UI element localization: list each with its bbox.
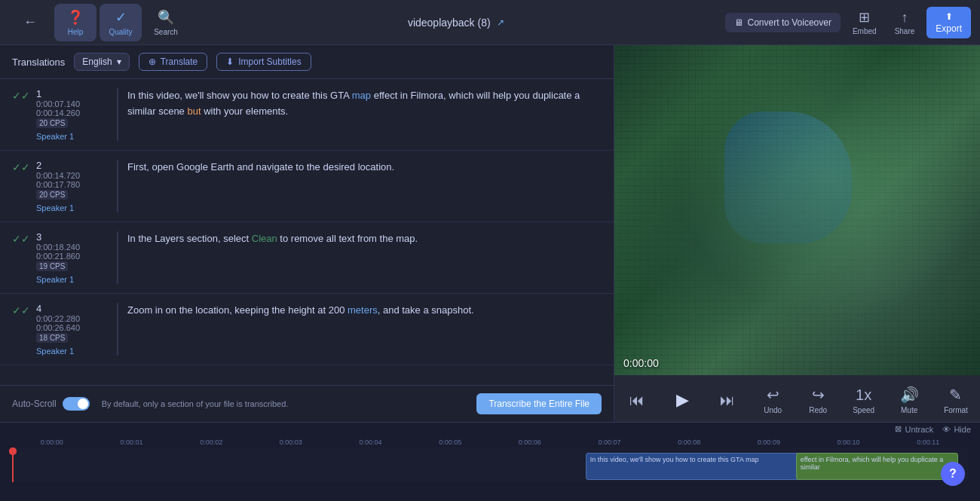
quality-button[interactable]: ✓ Quality — [100, 4, 142, 41]
rewind-button[interactable]: ⏮ — [620, 389, 654, 412]
time-marker-4: 0:00:04 — [331, 438, 411, 446]
quality-icon: ✓ — [115, 9, 127, 26]
format-icon: ✎ — [949, 386, 962, 404]
playhead — [12, 448, 14, 482]
undo-icon: ↩ — [767, 386, 779, 404]
fast-forward-icon: ⏭ — [720, 392, 735, 409]
entry-number-4: 4 — [36, 303, 108, 314]
play-icon: ▶ — [676, 390, 689, 410]
subtitle-list: ✓✓ 1 0:00:07.140 0:00:14.260 20 CPS Spea… — [0, 79, 614, 385]
translations-label: Translations — [12, 57, 65, 68]
entry-text-2[interactable]: First, open Google Earth and navigate to… — [127, 160, 602, 176]
entry-start-4: 0:00:22.280 — [36, 314, 108, 323]
entry-end-3: 0:00:21.860 — [36, 252, 108, 261]
hide-icon: 👁 — [942, 425, 951, 434]
transcribe-note: By default, only a section of your file … — [90, 399, 477, 408]
entry-start-1: 0:00:07.140 — [36, 99, 108, 108]
toolbar-right: 🖥 Convert to Voiceover ⊞ Embed ↑ Share ⬆… — [725, 6, 971, 38]
redo-button[interactable]: ↪ Redo — [801, 383, 835, 417]
entry-divider-1 — [117, 88, 118, 141]
transcribe-entire-file-button[interactable]: Transcribe the Entire File — [476, 393, 602, 414]
hide-label: Hide — [954, 425, 971, 434]
back-icon: ← — [23, 14, 37, 30]
help-floating-button[interactable]: ? — [941, 462, 965, 486]
speed-label: Speed — [853, 406, 874, 414]
check-icon-4: ✓✓ — [12, 304, 30, 316]
import-label: Import Subtitles — [238, 57, 301, 67]
clip-2-text: effect in Filmora, which will help you d… — [801, 456, 943, 471]
time-marker-5: 0:00:05 — [410, 438, 490, 446]
untrack-button[interactable]: ⊠ Untrack — [895, 424, 933, 434]
video-timestamp: 0:00:00 — [623, 357, 659, 369]
import-subtitles-button[interactable]: ⬇ Import Subtitles — [216, 53, 311, 71]
entry-number-3: 3 — [36, 231, 108, 243]
entry-start-2: 0:00:14.720 — [36, 171, 108, 180]
timeline-times: 0:00:00 0:00:01 0:00:02 0:00:03 0:00:04 … — [0, 435, 980, 446]
entry-text-4[interactable]: Zoom in on the location, keeping the hei… — [127, 303, 602, 319]
subtitle-entry-3: ✓✓ 3 0:00:18.240 0:00:21.860 19 CPS Spea… — [0, 222, 614, 294]
export-button[interactable]: ⬆ Export — [926, 7, 971, 38]
help-button[interactable]: ❓ Help — [54, 4, 96, 41]
subtitle-entry-2: ✓✓ 2 0:00:14.720 0:00:17.780 20 CPS Spea… — [0, 151, 614, 222]
map-overlay — [614, 45, 980, 375]
untrack-label: Untrack — [905, 425, 933, 434]
auto-scroll-group: Auto-Scroll — [12, 397, 90, 411]
convert-label: Convert to Voiceover — [748, 17, 831, 28]
export-icon: ⬆ — [945, 11, 953, 22]
timeline-track[interactable]: In this video, we'll show you how to cre… — [12, 448, 968, 482]
check-icon-3: ✓✓ — [12, 233, 30, 245]
translate-label: Translate — [161, 57, 198, 67]
speed-button[interactable]: 1x Speed — [847, 383, 880, 417]
entry-text-1[interactable]: In this video, we'll show you how to cre… — [127, 88, 602, 120]
main-content: Translations English ▾ ⊕ Translate ⬇ Imp… — [0, 45, 980, 422]
help-label: Help — [68, 28, 84, 36]
embed-button[interactable]: ⊞ Embed — [847, 6, 883, 38]
subtitle-clip-2[interactable]: effect in Filmora, which will help you d… — [796, 453, 959, 480]
subtitle-clip-1[interactable]: In this video, we'll show you how to cre… — [586, 453, 825, 480]
transcribe-bar: Auto-Scroll By default, only a section o… — [0, 385, 614, 422]
play-button[interactable]: ▶ — [666, 387, 699, 413]
entry-speaker-2[interactable]: Speaker 1 — [36, 203, 108, 212]
export-label: Export — [936, 23, 962, 34]
format-button[interactable]: ✎ Format — [938, 383, 974, 417]
fast-forward-button[interactable]: ⏭ — [711, 389, 744, 412]
entry-cps-4: 18 CPS — [36, 334, 108, 342]
entry-speaker-4[interactable]: Speaker 1 — [36, 347, 108, 356]
hide-button[interactable]: 👁 Hide — [942, 425, 971, 434]
auto-scroll-toggle[interactable] — [63, 397, 90, 411]
page-title: videoplayback (8) — [408, 17, 491, 29]
entry-divider-3 — [117, 231, 118, 284]
chevron-down-icon: ▾ — [117, 57, 121, 67]
translate-button[interactable]: ⊕ Translate — [139, 53, 208, 71]
entry-end-2: 0:00:17.780 — [36, 180, 108, 189]
entry-divider-4 — [117, 303, 118, 356]
entry-meta-3: 3 0:00:18.240 0:00:21.860 19 CPS Speaker… — [36, 231, 108, 284]
time-marker-9: 0:00:09 — [729, 438, 809, 446]
time-marker-6: 0:00:06 — [490, 438, 570, 446]
entry-cps-3: 19 CPS — [36, 262, 108, 270]
entry-speaker-1[interactable]: Speaker 1 — [36, 132, 108, 141]
entry-text-3[interactable]: In the Layers section, select Clean to r… — [127, 231, 602, 247]
help-icon: ❓ — [67, 9, 84, 26]
rewind-icon: ⏮ — [629, 392, 645, 409]
video-container: 0:00:00 — [614, 45, 980, 375]
monitor-icon: 🖥 — [734, 17, 743, 28]
mute-icon: 🔊 — [900, 386, 919, 404]
redo-icon: ↪ — [812, 386, 825, 404]
language-value: English — [82, 57, 112, 67]
check-icon-2: ✓✓ — [12, 161, 30, 173]
entry-speaker-3[interactable]: Speaker 1 — [36, 275, 108, 284]
convert-to-voiceover-button[interactable]: 🖥 Convert to Voiceover — [725, 13, 841, 32]
undo-label: Undo — [764, 406, 782, 414]
help-question-icon: ? — [949, 467, 957, 481]
title-link-icon[interactable]: ↗ — [497, 17, 504, 28]
mute-button[interactable]: 🔊 Mute — [893, 383, 926, 417]
untrack-icon: ⊠ — [895, 424, 902, 434]
language-selector[interactable]: English ▾ — [74, 53, 129, 71]
time-marker-11: 0:00:11 — [888, 438, 968, 446]
back-button[interactable]: ← — [9, 4, 51, 41]
undo-button[interactable]: ↩ Undo — [756, 383, 789, 417]
right-panel: 0:00:00 ⏮ ▶ ⏭ ↩ Undo ↪ Redo 1x Speed — [614, 45, 980, 422]
share-button[interactable]: ↑ Share — [889, 7, 921, 38]
search-button[interactable]: 🔍 Search — [145, 4, 187, 41]
